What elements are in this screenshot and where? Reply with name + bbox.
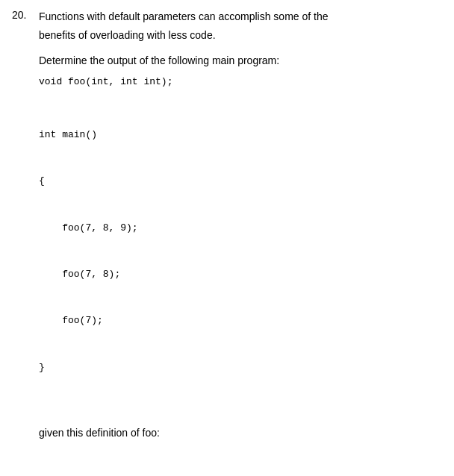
main-keyword: int main() bbox=[39, 128, 442, 143]
question-continuation: benefits of overloading with less code. bbox=[39, 28, 442, 43]
main-line-3: foo(7); bbox=[39, 313, 442, 329]
prompt-section: Determine the output of the following ma… bbox=[39, 52, 442, 476]
main-header: int main() { foo(7, 8, 9); foo(7, 8); fo… bbox=[39, 96, 442, 407]
declaration-code: void foo(int, int int); bbox=[39, 75, 442, 90]
main-line-2: foo(7, 8); bbox=[39, 267, 442, 283]
question-block: 20. Functions with default parameters ca… bbox=[12, 9, 442, 476]
prompt-text: Determine the output of the following ma… bbox=[39, 52, 442, 69]
question-header: 20. Functions with default parameters ca… bbox=[12, 9, 442, 25]
main-open-brace: { bbox=[39, 174, 442, 190]
question-number: 20. bbox=[12, 9, 33, 25]
given-text: given this definition of foo: bbox=[39, 425, 442, 441]
question-text-line1: Functions with default parameters can ac… bbox=[39, 9, 329, 25]
main-close-brace: } bbox=[39, 360, 442, 376]
foo-definition: void foo(int a, int b = 1, int c = 2) { … bbox=[39, 460, 442, 476]
main-line-1: foo(7, 8, 9); bbox=[39, 221, 442, 237]
